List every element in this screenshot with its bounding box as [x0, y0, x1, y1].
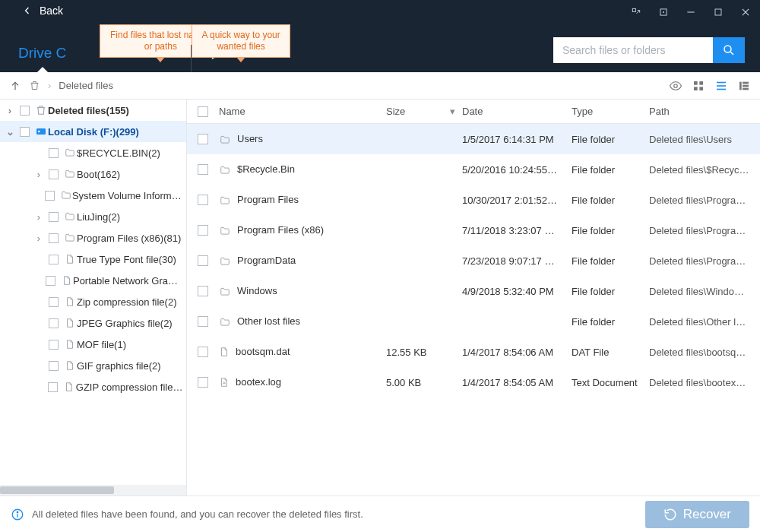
recover-button[interactable]: Recover	[645, 501, 749, 528]
folder-icon	[219, 135, 231, 145]
tree-item[interactable]: JPEG Graphics file(2)	[0, 312, 186, 334]
tree-item[interactable]: ›Boot(162)	[0, 163, 186, 185]
tree-item[interactable]: ⌄Local Disk (F:)(299)	[0, 121, 186, 142]
tree-checkbox[interactable]	[49, 318, 59, 328]
tree-checkbox[interactable]	[49, 233, 59, 243]
detail-view-icon[interactable]	[737, 79, 751, 93]
row-checkbox[interactable]	[198, 225, 208, 236]
tree-checkbox[interactable]	[49, 297, 59, 307]
tree-checkbox[interactable]	[49, 255, 59, 264]
tree-item[interactable]: ›LiuJing(2)	[0, 206, 186, 227]
tab-filter[interactable]: A quick way to your wanted files Filter	[191, 45, 258, 72]
tree-item[interactable]: GIF graphics file(2)	[0, 355, 186, 376]
tab-extra-files[interactable]: Find files that lost names or paths Extr…	[107, 45, 176, 72]
table-row[interactable]: Program Files (x86)7/11/2018 3:23:07 …Fi…	[187, 215, 760, 245]
sidebar-tree[interactable]: ›Deleted files(155)⌄Local Disk (F:)(299)…	[0, 100, 187, 496]
back-button[interactable]: Back	[23, 5, 63, 17]
tree-item[interactable]: GZIP compression file(2)	[0, 376, 186, 397]
row-path: Deleted files\Progra…	[649, 255, 760, 267]
row-type: File folder	[572, 316, 649, 328]
row-type: File folder	[572, 286, 649, 297]
table-row[interactable]: Windows4/9/2018 5:32:40 PMFile folderDel…	[187, 276, 760, 306]
file-icon	[63, 253, 77, 265]
tab-drive[interactable]: Drive C	[0, 45, 84, 72]
file-icon	[63, 296, 77, 308]
tree-toggle-icon[interactable]: ›	[33, 169, 44, 180]
grid-view-icon[interactable]	[692, 79, 705, 93]
header-name[interactable]: Name	[219, 100, 386, 123]
tree-checkbox[interactable]	[20, 127, 30, 137]
row-type: File folder	[572, 134, 649, 145]
minimize-icon[interactable]	[681, 2, 701, 22]
tree-checkbox[interactable]	[20, 106, 30, 116]
row-checkbox[interactable]	[198, 255, 208, 266]
row-name: Program Files (x86)	[237, 224, 324, 236]
header: Back Drive C Find files that lost names …	[0, 24, 760, 72]
tree-item-label: Zip compression file(2)	[77, 296, 177, 308]
svg-rect-18	[739, 81, 742, 90]
breadcrumb-path[interactable]: Deleted files	[59, 80, 113, 91]
maximize-icon[interactable]	[708, 2, 728, 22]
row-checkbox[interactable]	[198, 134, 208, 144]
tree-toggle-icon[interactable]: ›	[5, 105, 15, 116]
maximize-alt-icon[interactable]	[654, 2, 673, 22]
trash-icon[interactable]	[29, 80, 40, 91]
table-row[interactable]: ProgramData7/23/2018 9:07:17 …File folde…	[187, 245, 760, 276]
table-row[interactable]: bootex.log5.00 KB1/4/2017 8:54:05 AMText…	[187, 367, 760, 397]
tree-item[interactable]: System Volume Information	[0, 185, 186, 206]
header-size[interactable]: Size▾	[386, 100, 462, 123]
tree-checkbox[interactable]	[49, 212, 59, 222]
tree-item-label: MOF file(1)	[77, 339, 126, 350]
tree-checkbox[interactable]	[48, 382, 58, 392]
table-row[interactable]: Users1/5/2017 6:14:31 PMFile folderDelet…	[187, 124, 760, 154]
header-type[interactable]: Type	[572, 100, 649, 123]
row-checkbox[interactable]	[198, 316, 208, 327]
tree-item-label: Portable Network Graphics	[73, 275, 183, 287]
row-checkbox[interactable]	[198, 286, 208, 296]
tree-toggle-icon[interactable]: ›	[33, 211, 44, 223]
share-icon[interactable]	[626, 2, 646, 22]
header-date[interactable]: Date	[462, 100, 572, 123]
search-button[interactable]	[713, 37, 745, 63]
row-checkbox[interactable]	[198, 195, 208, 205]
tree-item[interactable]: ›Deleted files(155)	[0, 100, 186, 121]
tree-item-label: LiuJing(2)	[77, 211, 120, 223]
tree-item[interactable]: ›Program Files (x86)(81)	[0, 227, 186, 249]
list-view-icon[interactable]	[714, 79, 728, 93]
tree-checkbox[interactable]	[49, 148, 59, 158]
row-checkbox[interactable]	[198, 347, 208, 357]
svg-rect-22	[36, 128, 46, 135]
close-icon[interactable]	[736, 2, 755, 22]
row-type: File folder	[572, 164, 649, 176]
tree-toggle-icon[interactable]: ⌄	[5, 126, 15, 138]
search-input[interactable]	[553, 37, 713, 63]
tree-checkbox[interactable]	[49, 361, 59, 371]
header-checkbox[interactable]	[187, 100, 219, 123]
tree-checkbox[interactable]	[45, 191, 55, 201]
table-row[interactable]: Other lost filesFile folderDeleted files…	[187, 306, 760, 337]
table-row[interactable]: Program Files10/30/2017 2:01:52…File fol…	[187, 185, 760, 215]
file-icon	[63, 338, 77, 350]
tree-item[interactable]: MOF file(1)	[0, 334, 186, 355]
tree-item-label: GZIP compression file(2)	[76, 382, 183, 393]
tree-item[interactable]: Portable Network Graphics	[0, 270, 186, 291]
nav-up-icon[interactable]	[9, 80, 21, 92]
tree-checkbox[interactable]	[46, 276, 55, 286]
row-checkbox[interactable]	[198, 164, 208, 175]
sidebar-scrollbar[interactable]	[0, 485, 186, 496]
tree-item[interactable]: True Type Font file(30)	[0, 249, 186, 270]
search-box	[553, 37, 745, 63]
tree-item[interactable]: $RECYCLE.BIN(2)	[0, 142, 186, 163]
svg-point-28	[17, 511, 18, 513]
table-row[interactable]: $Recycle.Bin5/20/2016 10:24:55…File fold…	[187, 154, 760, 185]
row-checkbox[interactable]	[198, 377, 208, 388]
tree-item[interactable]: Zip compression file(2)	[0, 291, 186, 312]
preview-icon[interactable]	[669, 79, 682, 93]
tree-toggle-icon[interactable]: ›	[33, 233, 44, 244]
folder-icon	[219, 317, 231, 328]
recover-icon	[663, 508, 677, 521]
tree-checkbox[interactable]	[49, 340, 59, 350]
table-row[interactable]: bootsqm.dat12.55 KB1/4/2017 8:54:06 AMDA…	[187, 337, 760, 367]
tree-checkbox[interactable]	[49, 169, 59, 179]
header-path[interactable]: Path	[649, 100, 760, 123]
